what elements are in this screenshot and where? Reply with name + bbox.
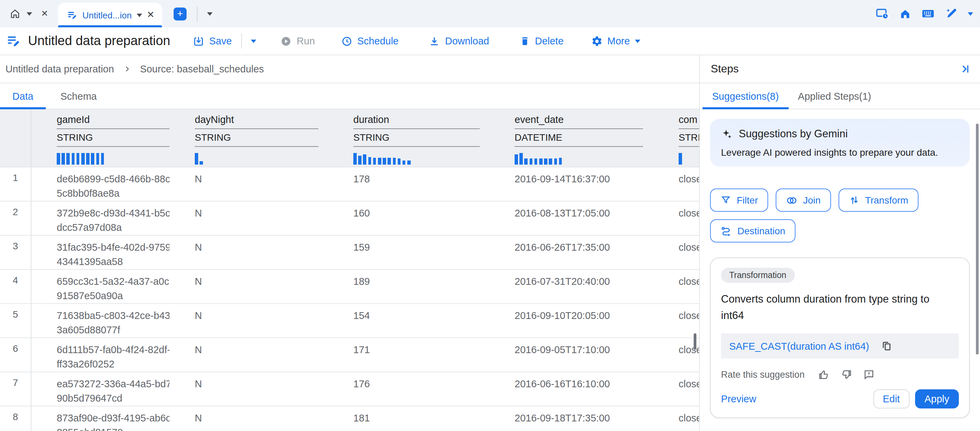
cell-com[interactable]: close <box>653 270 699 303</box>
cell-dayNight[interactable]: N <box>170 201 328 235</box>
cell-gameId[interactable]: 372b9e8c-d93d-4341-b5c6-dcc57a97d08a <box>32 201 170 235</box>
more-button[interactable]: More <box>583 27 648 55</box>
cell-dayNight[interactable]: N <box>170 270 328 303</box>
join-button[interactable]: Join <box>776 189 830 212</box>
table-row[interactable]: 571638ba5-c803-42ce-b433-3a605d88077fN15… <box>0 304 699 338</box>
steps-title: Steps <box>711 63 739 75</box>
run-button[interactable]: Run <box>273 27 322 55</box>
cell-dayNight[interactable]: N <box>170 304 328 338</box>
delete-button[interactable]: Delete <box>512 27 571 55</box>
save-button[interactable]: Save <box>185 27 239 55</box>
feedback-icon[interactable] <box>864 369 875 380</box>
table-row[interactable]: 4659cc3c1-5a32-4a37-a0c8-91587e50a90aN18… <box>0 270 699 304</box>
column-name: duration <box>353 114 480 129</box>
magic-pen-icon[interactable] <box>945 7 958 21</box>
cell-event_date[interactable]: 2016-09-18T17:35:00 <box>489 406 653 431</box>
tab-data[interactable]: Data <box>0 83 46 109</box>
tab-applied-steps[interactable]: Applied Steps(1) <box>788 83 881 109</box>
thumb-down-icon[interactable] <box>841 369 853 380</box>
cell-dayNight[interactable]: N <box>170 167 328 201</box>
cell-event_date[interactable]: 2016-09-14T16:37:00 <box>489 167 653 201</box>
column-header-com[interactable]: comSTRI <box>653 109 699 167</box>
cell-dayNight[interactable]: N <box>170 236 328 269</box>
tab-schema[interactable]: Schema <box>51 83 106 109</box>
home-icon[interactable] <box>899 7 912 20</box>
panel-scrollbar-thumb[interactable] <box>976 124 978 355</box>
cell-com[interactable]: close <box>653 372 699 406</box>
cell-duration[interactable]: 178 <box>328 167 489 201</box>
breadcrumb-item[interactable]: Untitled data preparation <box>5 63 114 74</box>
suggestion-code[interactable]: SAFE_CAST(duration AS int64) <box>729 341 869 352</box>
cell-com[interactable]: close <box>653 406 699 431</box>
filter-button[interactable]: Filter <box>710 189 768 212</box>
cell-gameId[interactable]: 6d111b57-fa0b-4f24-82df-ff33a26f0252 <box>32 338 170 372</box>
cell-com[interactable]: close <box>653 167 699 201</box>
column-header-event_date[interactable]: event_dateDATETIME <box>489 109 653 167</box>
cell-com[interactable]: close <box>653 201 699 235</box>
column-histogram <box>679 153 699 165</box>
uuid-text: de6b6899-c5d8-466b-88c4-5c8bb0f8ae8a <box>57 172 170 200</box>
table-row[interactable]: 2372b9e8c-d93d-4341-b5c6-dcc57a97d08aN16… <box>0 201 699 236</box>
row-number: 1 <box>0 167 32 201</box>
tab-caret-icon[interactable] <box>137 13 142 17</box>
preview-button[interactable]: Preview <box>721 393 756 404</box>
tab-close-icon[interactable]: ✕ <box>147 11 155 20</box>
cell-event_date[interactable]: 2016-08-13T17:05:00 <box>489 201 653 235</box>
copy-icon[interactable] <box>881 341 891 351</box>
cell-com[interactable]: close <box>653 304 699 338</box>
tools-caret-icon[interactable] <box>968 12 973 15</box>
table-row[interactable]: 331fac395-b4fe-402d-9759-43441395aa58N15… <box>0 236 699 270</box>
cell-dayNight[interactable]: N <box>170 406 328 431</box>
column-header-gameId[interactable]: gameIdSTRING <box>32 109 170 167</box>
tab-untitled-data-preparation[interactable]: Untitled...ion ✕ <box>59 3 162 27</box>
cell-duration[interactable]: 181 <box>328 406 489 431</box>
row-number: 7 <box>0 372 32 406</box>
table-row[interactable]: 1de6b6899-c5d8-466b-88c4-5c8bb0f8ae8aN17… <box>0 167 699 201</box>
session-devices-icon[interactable] <box>875 7 889 21</box>
schedule-button[interactable]: Schedule <box>334 27 406 55</box>
hist-bar <box>76 153 80 165</box>
cell-duration[interactable]: 159 <box>328 236 489 269</box>
cell-duration[interactable]: 189 <box>328 270 489 303</box>
column-header-duration[interactable]: durationSTRING <box>328 109 489 167</box>
table-scrollbar-thumb[interactable] <box>694 333 697 350</box>
thumb-up-icon[interactable] <box>818 369 830 380</box>
cell-gameId[interactable]: 31fac395-b4fe-402d-9759-43441395aa58 <box>32 236 170 269</box>
cell-gameId[interactable]: 873af90e-d93f-4195-ab6c-8855abd81570 <box>32 406 170 431</box>
home-tab-caret-icon[interactable] <box>27 12 32 15</box>
edit-button[interactable]: Edit <box>873 389 909 409</box>
keyboard-icon[interactable] <box>921 7 935 21</box>
cell-gameId[interactable]: ea573272-336a-44a5-bd74-90b5d79647cd <box>32 372 170 406</box>
table-row[interactable]: 8873af90e-d93f-4195-ab6c-8855abd81570N18… <box>0 406 699 431</box>
tab-suggestions[interactable]: Suggestions(8) <box>703 83 788 109</box>
table-row[interactable]: 66d111b57-fa0b-4f24-82df-ff33a26f0252N17… <box>0 338 699 372</box>
cell-com[interactable]: close <box>653 338 699 372</box>
cell-duration[interactable]: 171 <box>328 338 489 372</box>
tab-overflow-caret-icon[interactable] <box>207 12 213 15</box>
cell-event_date[interactable]: 2016-09-10T20:05:00 <box>489 304 653 338</box>
save-caret-icon[interactable] <box>251 39 256 43</box>
cell-dayNight[interactable]: N <box>170 338 328 372</box>
collapse-panel-icon[interactable] <box>959 63 971 75</box>
cell-gameId[interactable]: de6b6899-c5d8-466b-88c4-5c8bb0f8ae8a <box>32 167 170 201</box>
cell-com[interactable]: close <box>653 236 699 269</box>
download-button[interactable]: Download <box>421 27 496 55</box>
cell-duration[interactable]: 160 <box>328 201 489 235</box>
transform-button[interactable]: Transform <box>838 189 919 212</box>
cell-duration[interactable]: 176 <box>328 372 489 406</box>
apply-button[interactable]: Apply <box>915 389 959 409</box>
cell-event_date[interactable]: 2016-06-16T16:10:00 <box>489 372 653 406</box>
cell-gameId[interactable]: 71638ba5-c803-42ce-b433-3a605d88077f <box>32 304 170 338</box>
destination-button[interactable]: Destination <box>710 219 795 242</box>
cell-dayNight[interactable]: N <box>170 372 328 406</box>
new-tab-button[interactable]: + <box>173 7 186 20</box>
cell-event_date[interactable]: 2016-07-31T20:40:00 <box>489 270 653 303</box>
home-tab-close-icon[interactable]: ✕ <box>41 10 48 18</box>
column-header-dayNight[interactable]: dayNightSTRING <box>170 109 328 167</box>
table-row[interactable]: 7ea573272-336a-44a5-bd74-90b5d79647cdN17… <box>0 372 699 406</box>
cell-event_date[interactable]: 2016-06-26T17:35:00 <box>489 236 653 269</box>
cell-duration[interactable]: 154 <box>328 304 489 338</box>
cell-gameId[interactable]: 659cc3c1-5a32-4a37-a0c8-91587e50a90a <box>32 270 170 303</box>
home-tab-icon[interactable] <box>9 8 21 20</box>
cell-event_date[interactable]: 2016-09-05T17:10:00 <box>489 338 653 372</box>
